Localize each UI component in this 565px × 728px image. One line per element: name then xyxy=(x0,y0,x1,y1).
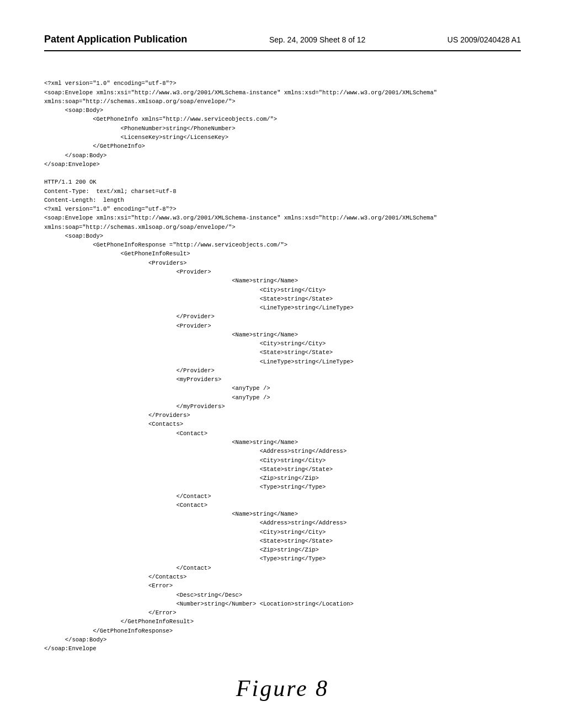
page-header: Patent Application Publication Sep. 24, … xyxy=(44,33,521,51)
figure-label: Figure 8 xyxy=(44,675,521,702)
publication-title-text: Patent Application Publication xyxy=(44,34,187,45)
xml-content: <?xml version="1.0" encoding="utf-8"?> <… xyxy=(44,79,521,653)
publication-title: Patent Application Publication xyxy=(44,33,187,46)
patent-number-text: US 2009/0240428 A1 xyxy=(447,35,521,44)
page: Patent Application Publication Sep. 24, … xyxy=(0,0,565,728)
patent-number: US 2009/0240428 A1 xyxy=(447,33,521,44)
header-date-sheet: Sep. 24, 2009 Sheet 8 of 12 xyxy=(269,33,365,44)
date-sheet-text: Sep. 24, 2009 Sheet 8 of 12 xyxy=(269,35,365,44)
